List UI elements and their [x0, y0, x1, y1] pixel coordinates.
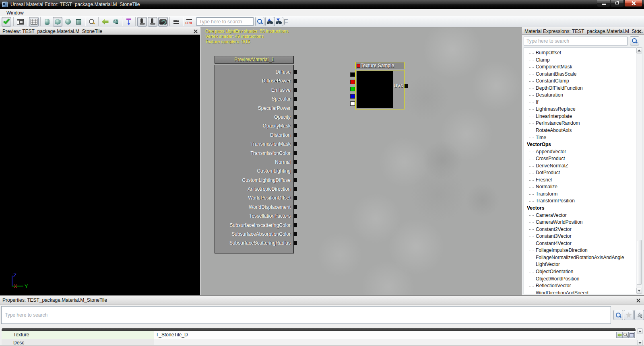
expression-item[interactable]: Normalize: [524, 183, 641, 191]
texture-channel-pin[interactable]: [350, 94, 355, 99]
material-input-pin[interactable]: [293, 241, 297, 245]
preview-cylinder-button[interactable]: [42, 17, 52, 27]
expression-item[interactable]: ConstantClamp: [524, 78, 641, 85]
mobile-emulation-button[interactable]: [137, 17, 147, 27]
expressions-search-button[interactable]: [630, 36, 639, 45]
texture-channel-pin[interactable]: [350, 80, 355, 84]
preview-quality-button[interactable]: [158, 17, 168, 27]
expression-item[interactable]: Constant4Vector: [524, 240, 641, 247]
material-input-pin[interactable]: [293, 106, 297, 110]
expression-item[interactable]: If: [524, 99, 641, 106]
apply-button[interactable]: [2, 17, 11, 27]
material-input-pin[interactable]: [293, 187, 297, 191]
expression-item[interactable]: ComponentMask: [524, 64, 641, 71]
preview-material-node-header[interactable]: PreviewMaterial_1: [215, 56, 294, 64]
show-browser-button[interactable]: [628, 332, 635, 338]
mobile-emulation-alt-button[interactable]: [148, 17, 157, 27]
material-input-pin[interactable]: [293, 88, 297, 92]
find-next-button[interactable]: [265, 17, 275, 26]
material-input-pin[interactable]: [293, 169, 297, 173]
hide-unconnected-button[interactable]: [111, 17, 120, 27]
expression-item[interactable]: TransformPosition: [524, 198, 641, 205]
expression-item[interactable]: ConstantBiasScale: [524, 71, 641, 78]
toggle-grid-button[interactable]: [29, 17, 39, 27]
pin-button[interactable]: [124, 17, 134, 27]
material-input-pin[interactable]: [293, 160, 297, 164]
properties-window-button[interactable]: [15, 17, 25, 27]
material-input-pin[interactable]: [293, 232, 297, 236]
expressions-close-icon[interactable]: [637, 29, 642, 33]
uvs-pin[interactable]: [405, 84, 408, 88]
expression-item[interactable]: Transform: [524, 191, 641, 198]
expression-item[interactable]: FoliageImpulseDirection: [524, 247, 641, 254]
preview-material-node[interactable]: PreviewMaterial_1 Diffuse DiffusePower E…: [215, 56, 294, 253]
texture-channel-pin[interactable]: [350, 72, 355, 77]
restore-button[interactable]: [611, 0, 624, 7]
node-graph-canvas[interactable]: One pass LightEnv shader: 55 instruction…: [200, 27, 522, 295]
scroll-down-button[interactable]: [636, 288, 642, 294]
expression-item[interactable]: Time: [524, 134, 641, 142]
scroll-up-button[interactable]: [636, 47, 642, 54]
properties-panel-header[interactable]: Properties: TEST_package.Material.M_Ston…: [0, 296, 644, 305]
expressions-panel-header[interactable]: Material Expressions: TEST_package.Mater…: [522, 27, 644, 35]
find-prev-button[interactable]: [274, 17, 283, 26]
expression-item[interactable]: DotProduct: [524, 169, 641, 177]
expression-item[interactable]: Desaturation: [524, 92, 641, 99]
expression-item[interactable]: DeriveNormalZ: [524, 163, 641, 170]
properties-close-icon[interactable]: [636, 298, 640, 303]
expression-item[interactable]: LightVector: [524, 261, 641, 268]
expression-item[interactable]: PerInstanceRandom: [524, 120, 641, 127]
material-input-pin[interactable]: [293, 115, 297, 119]
material-input-pin[interactable]: [293, 79, 297, 83]
expression-item[interactable]: ObjectOrientation: [524, 268, 641, 276]
preview-sphere-button[interactable]: [63, 17, 73, 27]
font-button[interactable]: F: [283, 18, 288, 27]
properties-category-bar[interactable]: [2, 328, 636, 331]
minimize-button[interactable]: [597, 0, 610, 7]
material-input-pin[interactable]: [293, 97, 297, 101]
expression-item[interactable]: Constant3Vector: [524, 233, 641, 240]
toolbar-search-input[interactable]: [196, 17, 254, 26]
expression-item[interactable]: BumpOffset: [524, 49, 641, 57]
expressions-search-input[interactable]: [524, 37, 627, 45]
view-hlsl-button[interactable]: HLSL: [184, 17, 194, 27]
expression-item[interactable]: Fresnel: [524, 177, 641, 184]
material-input-pin[interactable]: [293, 151, 297, 155]
expression-group-header[interactable]: Vectors: [524, 205, 641, 212]
expression-item[interactable]: CrossProduct: [524, 155, 641, 163]
options-button[interactable]: [634, 310, 644, 320]
expression-item[interactable]: Clamp: [524, 57, 641, 64]
preview-viewport[interactable]: Z Y X: [0, 35, 200, 295]
use-selected-button[interactable]: [616, 332, 623, 338]
expression-item[interactable]: DepthOfFieldFunction: [524, 85, 641, 92]
favorites-button[interactable]: [624, 310, 634, 320]
menu-window[interactable]: Window: [4, 10, 26, 16]
titlebar[interactable]: Unreal Material Editor: TEST_package.Mat…: [0, 0, 644, 9]
texture-sample-node[interactable]: Texture Sample UVs: [355, 62, 405, 109]
preview-close-icon[interactable]: [193, 29, 198, 33]
material-input-pin[interactable]: [293, 196, 297, 200]
material-input-pin[interactable]: [293, 70, 297, 74]
material-input-pin[interactable]: [293, 133, 297, 137]
material-input-pin[interactable]: [293, 142, 297, 146]
scroll-up-button[interactable]: [637, 328, 643, 334]
preview-cube-button[interactable]: [53, 17, 62, 27]
expression-item[interactable]: ReflectionVector: [524, 282, 641, 290]
expression-text-button[interactable]: [171, 17, 181, 27]
expression-item[interactable]: RotateAboutAxis: [524, 127, 641, 134]
property-value[interactable]: T_StoneTile_D: [154, 331, 636, 339]
material-input-pin[interactable]: [293, 223, 297, 227]
texture-channel-pin[interactable]: [350, 101, 355, 106]
expressions-scrollbar[interactable]: [636, 47, 642, 294]
material-input-pin[interactable]: [293, 178, 297, 182]
texture-channel-pin[interactable]: [350, 87, 355, 91]
realtime-preview-button[interactable]: [87, 17, 97, 27]
expression-item[interactable]: Constant2Vector: [524, 226, 641, 233]
home-button[interactable]: [100, 17, 110, 27]
property-row[interactable]: Texture T_StoneTile_D: [2, 331, 636, 339]
preview-panel-header[interactable]: Preview: TEST_package.Material.M_StoneTi…: [0, 27, 200, 35]
expression-item[interactable]: WindDirectionAndSpeed: [524, 290, 641, 294]
expression-item[interactable]: LightmassReplace: [524, 106, 641, 113]
material-input-pin[interactable]: [293, 214, 297, 218]
expression-item[interactable]: ObjectWorldPosition: [524, 276, 641, 283]
